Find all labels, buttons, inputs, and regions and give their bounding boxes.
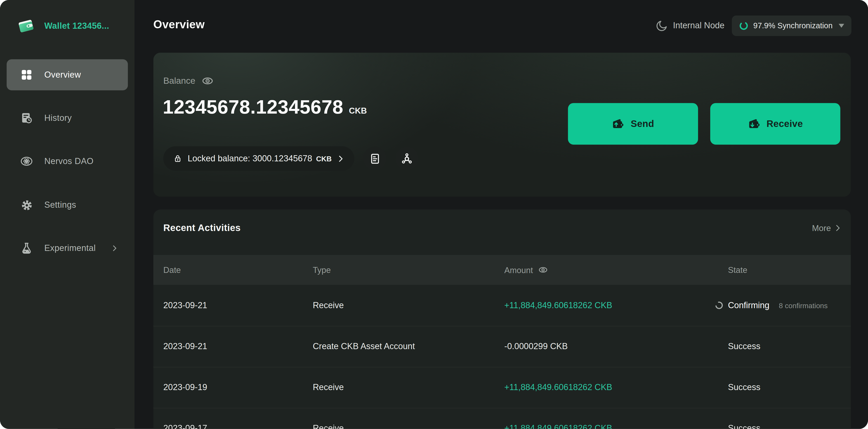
- column-header-type: Type: [313, 265, 331, 275]
- chevron-right-icon: [110, 244, 119, 253]
- atom-icon: [20, 154, 33, 168]
- sidebar-item-label: History: [44, 113, 72, 123]
- state-text: Confirming: [728, 300, 770, 310]
- cell-type: Receive: [313, 300, 344, 310]
- table-row[interactable]: 2023-09-21 Receive +11,884,849.60618262 …: [153, 285, 851, 326]
- node-label: Internal Node: [673, 21, 724, 31]
- sidebar-item-nervos-dao[interactable]: Nervos DAO: [6, 146, 128, 177]
- more-link[interactable]: More: [812, 223, 842, 233]
- cell-state: Success: [728, 341, 760, 351]
- cell-amount: +11,884,849.60618262 CKB: [504, 382, 612, 392]
- cell-date: 2023-09-19: [163, 382, 207, 392]
- sidebar: Wallet 123456... Overview: [0, 0, 134, 429]
- wallet-selector[interactable]: Wallet 123456...: [0, 10, 134, 42]
- cell-state: Confirming 8 confirmations: [715, 300, 828, 310]
- recent-activities-card: Recent Activities More Date Type Amount: [153, 209, 851, 429]
- send-button[interactable]: Send: [568, 103, 698, 145]
- more-label: More: [812, 223, 831, 233]
- cell-list-button[interactable]: [363, 147, 386, 170]
- cell-date: 2023-09-21: [163, 341, 207, 351]
- sync-label: 97.9% Synchronization: [753, 21, 833, 30]
- sidebar-item-experimental[interactable]: Experimental: [6, 233, 128, 264]
- cell-amount: +11,884,849.60618262 CKB: [504, 423, 612, 429]
- sidebar-item-settings[interactable]: Settings: [6, 190, 128, 221]
- topbar-right: Internal Node 97.9% Synchronization: [655, 15, 851, 36]
- node-status: Internal Node: [655, 19, 724, 32]
- column-header-amount: Amount: [504, 265, 548, 275]
- sidebar-item-label: Nervos DAO: [44, 156, 94, 166]
- moon-icon[interactable]: [655, 19, 668, 32]
- balance-value: 12345678.12345678: [163, 96, 343, 118]
- column-header-state: State: [728, 265, 747, 275]
- chevron-right-icon: [337, 154, 345, 163]
- main-content: Overview Internal Node 97.9% Synchroniza…: [134, 0, 868, 429]
- wallet-send-icon: [612, 117, 625, 130]
- table-row[interactable]: 2023-09-19 Receive +11,884,849.60618262 …: [153, 367, 851, 408]
- cell-amount: +11,884,849.60618262 CKB: [504, 300, 612, 310]
- table-row[interactable]: 2023-09-21 Create CKB Asset Account -0.0…: [153, 326, 851, 367]
- cell-amount: -0.0000299 CKB: [504, 341, 568, 351]
- receive-label: Receive: [767, 118, 803, 130]
- caret-down-icon: [839, 24, 844, 27]
- eye-icon[interactable]: [202, 75, 214, 87]
- table-row[interactable]: 2023-09-17 Receive +11,884,849.60618262 …: [153, 408, 851, 429]
- receive-button[interactable]: Receive: [710, 103, 840, 145]
- document-list-icon: [368, 152, 381, 165]
- recent-activities-title: Recent Activities: [163, 223, 241, 234]
- hub-network-icon: [400, 152, 414, 165]
- flask-icon: [20, 242, 33, 255]
- balance-unit: CKB: [349, 106, 367, 115]
- cell-date: 2023-09-17: [163, 423, 207, 429]
- eye-icon[interactable]: [538, 265, 548, 275]
- cell-state: Success: [728, 423, 760, 429]
- chevron-right-icon: [834, 224, 842, 232]
- locked-balance-text: Locked balance: 3000.12345678: [188, 153, 312, 163]
- grid-icon: [20, 68, 33, 82]
- wallet-name: Wallet 123456...: [44, 21, 109, 31]
- gear-icon: [20, 198, 33, 212]
- cell-date: 2023-09-21: [163, 300, 207, 310]
- cell-type: Receive: [313, 423, 344, 429]
- send-label: Send: [631, 118, 654, 130]
- wallet-logo-icon: [17, 17, 35, 35]
- table-header-row: Date Type Amount State: [153, 255, 851, 285]
- sidebar-item-history[interactable]: History: [6, 103, 128, 134]
- sidebar-item-label: Settings: [44, 200, 76, 210]
- locked-balance-button[interactable]: Locked balance: 3000.12345678 CKB: [163, 146, 354, 171]
- sync-status-dropdown[interactable]: 97.9% Synchronization: [732, 15, 851, 36]
- history-icon: [20, 111, 33, 125]
- balance-label: Balance: [163, 76, 195, 86]
- confirming-spinner-icon: [715, 301, 723, 310]
- wallet-receive-icon: [748, 117, 761, 130]
- cell-state: Success: [728, 382, 760, 392]
- lock-icon: [173, 153, 183, 163]
- cell-type: Create CKB Asset Account: [313, 341, 415, 351]
- balance-card: Balance 12345678.12345678 CKB: [153, 53, 851, 197]
- column-header-date: Date: [163, 265, 181, 275]
- page-title: Overview: [153, 18, 205, 31]
- neuron-wallet-window: Wallet 123456... Overview: [0, 0, 868, 429]
- sidebar-item-overview[interactable]: Overview: [6, 59, 128, 90]
- sidebar-item-label: Overview: [44, 70, 81, 80]
- sync-progress-icon: [739, 21, 748, 30]
- sidebar-item-label: Experimental: [44, 243, 96, 253]
- asset-hub-button[interactable]: [395, 147, 418, 170]
- cell-type: Receive: [313, 382, 344, 392]
- locked-balance-unit: CKB: [316, 154, 332, 163]
- confirmations-count: 8 confirmations: [779, 301, 828, 310]
